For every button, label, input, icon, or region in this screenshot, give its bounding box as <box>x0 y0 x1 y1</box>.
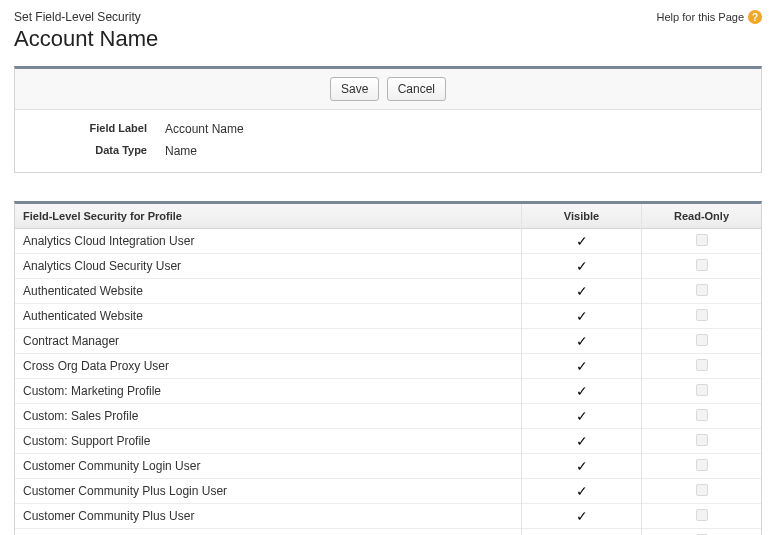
field-label-value: Account Name <box>165 122 244 136</box>
data-type-value: Name <box>165 144 197 158</box>
readonly-cell[interactable] <box>641 328 761 355</box>
checkmark-icon: ✓ <box>576 508 588 524</box>
profile-name: Contract Manager <box>15 330 521 352</box>
visible-cell[interactable]: ✓ <box>521 478 641 505</box>
checkbox-disabled <box>696 334 708 346</box>
readonly-cell[interactable] <box>641 303 761 330</box>
help-link[interactable]: Help for this Page ? <box>657 10 762 24</box>
profile-name: Analytics Cloud Integration User <box>15 230 521 252</box>
table-row: Customer Community Plus User✓ <box>15 504 761 529</box>
profile-name: Custom: Support Profile <box>15 430 521 452</box>
visible-cell[interactable]: ✓ <box>521 253 641 280</box>
profile-name: Custom: Marketing Profile <box>15 380 521 402</box>
readonly-cell[interactable] <box>641 503 761 530</box>
visible-cell[interactable]: ✓ <box>521 453 641 480</box>
table-row: Customer Community Plus Login User✓ <box>15 479 761 504</box>
table-row: Cross Org Data Proxy User✓ <box>15 354 761 379</box>
visible-cell[interactable]: ✓ <box>521 403 641 430</box>
checkmark-icon: ✓ <box>576 283 588 299</box>
visible-cell[interactable]: ✓ <box>521 528 641 536</box>
checkbox-disabled <box>696 484 708 496</box>
table-row: Customer Community User✓ <box>15 529 761 535</box>
table-row: Contract Manager✓ <box>15 329 761 354</box>
readonly-cell[interactable] <box>641 403 761 430</box>
visible-cell[interactable]: ✓ <box>521 503 641 530</box>
checkmark-icon: ✓ <box>576 433 588 449</box>
table-row: Custom: Support Profile✓ <box>15 429 761 454</box>
table-row: Analytics Cloud Security User✓ <box>15 254 761 279</box>
readonly-cell[interactable] <box>641 278 761 305</box>
checkbox-disabled <box>696 284 708 296</box>
profile-name: Authenticated Website <box>15 280 521 302</box>
page-subtitle: Set Field-Level Security <box>14 10 158 24</box>
table-row: Analytics Cloud Integration User✓ <box>15 229 761 254</box>
profile-name: Customer Community Plus Login User <box>15 480 521 502</box>
readonly-cell[interactable] <box>641 478 761 505</box>
checkmark-icon: ✓ <box>576 258 588 274</box>
col-header-profile: Field-Level Security for Profile <box>15 204 521 228</box>
table-row: Customer Community Login User✓ <box>15 454 761 479</box>
profile-name: Authenticated Website <box>15 305 521 327</box>
fls-table: Field-Level Security for Profile Visible… <box>14 201 762 535</box>
col-header-visible: Visible <box>521 204 641 228</box>
table-row: Authenticated Website✓ <box>15 279 761 304</box>
checkmark-icon: ✓ <box>576 233 588 249</box>
profile-name: Analytics Cloud Security User <box>15 255 521 277</box>
help-link-label: Help for this Page <box>657 11 744 23</box>
visible-cell[interactable]: ✓ <box>521 328 641 355</box>
checkbox-disabled <box>696 359 708 371</box>
checkmark-icon: ✓ <box>576 308 588 324</box>
table-row: Custom: Marketing Profile✓ <box>15 379 761 404</box>
visible-cell[interactable]: ✓ <box>521 278 641 305</box>
table-row: Custom: Sales Profile✓ <box>15 404 761 429</box>
checkmark-icon: ✓ <box>576 458 588 474</box>
save-button[interactable]: Save <box>330 77 379 101</box>
profile-name: Customer Community User <box>15 530 521 535</box>
data-type-caption: Data Type <box>15 144 165 158</box>
cancel-button[interactable]: Cancel <box>387 77 446 101</box>
checkbox-disabled <box>696 234 708 246</box>
col-header-readonly: Read-Only <box>641 204 761 228</box>
readonly-cell[interactable] <box>641 528 761 536</box>
profile-name: Custom: Sales Profile <box>15 405 521 427</box>
help-icon: ? <box>748 10 762 24</box>
profile-name: Customer Community Plus User <box>15 505 521 527</box>
visible-cell[interactable]: ✓ <box>521 303 641 330</box>
readonly-cell[interactable] <box>641 228 761 255</box>
checkmark-icon: ✓ <box>576 483 588 499</box>
table-row: Authenticated Website✓ <box>15 304 761 329</box>
readonly-cell[interactable] <box>641 378 761 405</box>
page-title: Account Name <box>14 26 158 52</box>
checkbox-disabled <box>696 309 708 321</box>
visible-cell[interactable]: ✓ <box>521 353 641 380</box>
profile-name: Cross Org Data Proxy User <box>15 355 521 377</box>
visible-cell[interactable]: ✓ <box>521 228 641 255</box>
readonly-cell[interactable] <box>641 353 761 380</box>
detail-panel: Save Cancel Field Label Account Name Dat… <box>14 66 762 173</box>
readonly-cell[interactable] <box>641 428 761 455</box>
checkmark-icon: ✓ <box>576 408 588 424</box>
visible-cell[interactable]: ✓ <box>521 378 641 405</box>
readonly-cell[interactable] <box>641 453 761 480</box>
checkbox-disabled <box>696 509 708 521</box>
checkmark-icon: ✓ <box>576 358 588 374</box>
checkbox-disabled <box>696 259 708 271</box>
field-label-caption: Field Label <box>15 122 165 136</box>
checkbox-disabled <box>696 459 708 471</box>
checkbox-disabled <box>696 409 708 421</box>
checkmark-icon: ✓ <box>576 383 588 399</box>
profile-name: Customer Community Login User <box>15 455 521 477</box>
checkbox-disabled <box>696 384 708 396</box>
checkmark-icon: ✓ <box>576 333 588 349</box>
readonly-cell[interactable] <box>641 253 761 280</box>
button-row: Save Cancel <box>15 69 761 110</box>
visible-cell[interactable]: ✓ <box>521 428 641 455</box>
checkbox-disabled <box>696 434 708 446</box>
